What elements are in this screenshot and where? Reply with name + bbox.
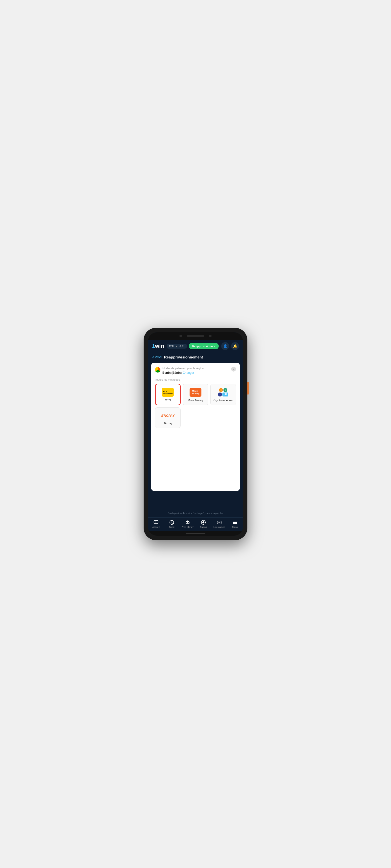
menu-label: Menu xyxy=(232,526,238,528)
crypto-plus-badge: +10 xyxy=(222,393,228,397)
mtn-label: MTN xyxy=(165,399,171,402)
nav-item-sport[interactable]: Sport xyxy=(166,520,178,528)
sticpay-label: Sticpay xyxy=(163,422,172,425)
region-details: Modes de paiement pour la région Benin (… xyxy=(162,367,204,375)
accueil-label: Accueil xyxy=(152,526,160,528)
header-center: XOF ▼ 0,00 Réapprovisionner xyxy=(167,343,219,349)
moov-label: Moov Money xyxy=(188,399,203,402)
help-icon[interactable]: ? xyxy=(231,367,236,372)
home-indicator xyxy=(186,533,205,534)
payment-card: Modes de paiement pour la région Benin (… xyxy=(151,363,240,491)
app-header: 1win XOF ▼ 0,00 Réapprovisionner 👤 xyxy=(148,340,243,352)
currency-badge[interactable]: XOF ▼ 0,00 xyxy=(167,344,187,349)
methods-label: Toutes les méthodes xyxy=(155,378,236,381)
nav-item-free-money[interactable]: Free Money xyxy=(181,520,194,528)
notification-button[interactable]: 🔔 xyxy=(231,342,239,350)
casino-icon xyxy=(201,520,206,525)
method-sticpay[interactable]: STICPAY Sticpay xyxy=(155,407,181,428)
mtn-icon: MTN Mobile Money xyxy=(162,388,174,397)
page-title: Réapprovisionnement xyxy=(164,355,203,359)
region-info: Modes de paiement pour la région Benin (… xyxy=(155,367,236,375)
main-area: Modes de paiement pour la région Benin (… xyxy=(148,363,243,509)
profile-button[interactable]: 👤 xyxy=(221,342,229,350)
sticpay-logo: STICPAY xyxy=(161,414,174,417)
phone-bottom-bar xyxy=(148,531,243,536)
nav-item-casino[interactable]: Casino xyxy=(197,520,210,528)
mtn-logo: MTN Mobile Money xyxy=(162,388,174,397)
disclaimer-bar: En cliquant sur le bouton "recharger", v… xyxy=(148,509,243,518)
crypto-icons-group: ₿ T Ξ +10 xyxy=(217,388,229,397)
bitcoin-icon: ₿ xyxy=(219,388,223,392)
method-moov[interactable]: MoovMoney Moov Money xyxy=(183,384,208,405)
side-button xyxy=(247,382,249,395)
sport-icon xyxy=(169,520,174,525)
svg-rect-9 xyxy=(217,521,221,524)
phone-device: 1win XOF ▼ 0,00 Réapprovisionner 👤 xyxy=(144,328,247,540)
header-icons: 👤 🔔 xyxy=(221,342,239,350)
app-content: 1win XOF ▼ 0,00 Réapprovisionner 👤 xyxy=(148,340,243,531)
camera-dot xyxy=(179,335,182,337)
region-subtitle: Modes de paiement pour la région xyxy=(162,367,204,370)
bell-icon: 🔔 xyxy=(233,344,237,348)
method-crypto[interactable]: ₿ T Ξ +10 Crypto-monnaie xyxy=(210,384,236,405)
breadcrumb: < Profil Réapprovisionnement xyxy=(148,352,243,363)
nav-item-accueil[interactable]: Accueil xyxy=(150,520,162,528)
ethereum-icon: Ξ xyxy=(218,393,222,397)
region-name-line: Benin (Bénin) Changer xyxy=(162,370,204,375)
moov-icon: MoovMoney xyxy=(189,388,202,397)
moov-logo: MoovMoney xyxy=(190,388,201,397)
back-button[interactable]: < Profil xyxy=(152,355,162,359)
live-games-label: Live-games xyxy=(214,526,225,528)
free-money-icon xyxy=(185,520,190,525)
change-region-link[interactable]: Changer xyxy=(183,371,194,374)
camera-dot-2 xyxy=(209,335,212,337)
profile-icon: 👤 xyxy=(223,344,227,348)
svg-point-8 xyxy=(203,522,204,523)
region-left: Modes de paiement pour la région Benin (… xyxy=(155,367,204,375)
phone-screen: 1win XOF ▼ 0,00 Réapprovisionner 👤 xyxy=(148,332,243,536)
accueil-icon xyxy=(153,520,159,525)
free-money-label: Free Money xyxy=(181,526,194,528)
svg-point-10 xyxy=(218,522,219,523)
reapprovisioner-button[interactable]: Réapprovisionner xyxy=(189,343,219,349)
sticpay-icon: STICPAY xyxy=(162,410,174,421)
currency-code: XOF xyxy=(169,345,175,348)
casino-label: Casino xyxy=(200,526,207,528)
live-games-icon xyxy=(217,520,222,525)
nav-item-live-games[interactable]: Live-games xyxy=(213,520,225,528)
app-logo: 1win xyxy=(152,343,164,349)
crypto-icon: ₿ T Ξ +10 xyxy=(217,388,229,397)
menu-icon xyxy=(232,520,238,525)
crypto-label: Crypto-monnaie xyxy=(214,399,233,402)
speaker-bar xyxy=(187,335,204,337)
methods-grid: MTN Mobile Money MTN Moov xyxy=(155,384,236,428)
phone-top-bar xyxy=(148,332,243,340)
nav-item-menu[interactable]: Menu xyxy=(229,520,241,528)
flag-icon xyxy=(155,367,160,373)
chevron-down-icon: ▼ xyxy=(175,345,177,347)
currency-amount: 0,00 xyxy=(179,345,184,348)
tether-icon: T xyxy=(223,388,227,392)
bottom-nav: Accueil Sport Free Money xyxy=(148,518,243,531)
svg-rect-0 xyxy=(154,521,158,524)
method-mtn[interactable]: MTN Mobile Money MTN xyxy=(155,384,181,405)
region-name: Benin (Bénin) xyxy=(162,371,181,374)
sport-label: Sport xyxy=(169,526,174,528)
disclaimer-text: En cliquant sur le bouton "recharger", v… xyxy=(152,512,239,515)
